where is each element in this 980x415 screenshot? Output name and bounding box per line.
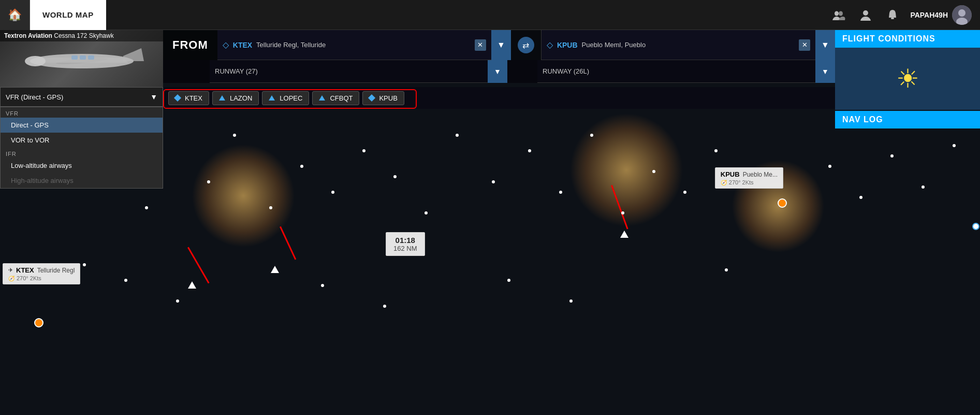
waypoint-lazon-label: LAZON	[230, 94, 252, 102]
notification-icon-button[interactable]	[883, 6, 902, 24]
map-dot	[176, 299, 179, 303]
from-runway-select[interactable]: RUNWAY (27)	[210, 60, 488, 83]
header: 🏠 WORLD MAP PAPAH49H	[0, 0, 980, 30]
waypoint-kpub[interactable]: KPUB	[362, 91, 404, 105]
from-airport-name: Telluride Regl, Telluride	[256, 41, 471, 49]
red-line-1	[187, 247, 210, 284]
to-runway-text: RUNWAY (26L)	[543, 67, 810, 75]
to-clear-button[interactable]: ✕	[799, 39, 810, 51]
flight-conditions-body: ☀	[835, 48, 980, 110]
svg-rect-41	[88, 55, 94, 60]
map-dot	[300, 165, 303, 168]
group-icon-button[interactable]	[829, 6, 848, 24]
kpub-diamond-icon	[368, 94, 375, 102]
vfr-option-vor-to-vor[interactable]: VOR to VOR	[1, 133, 163, 148]
map-dot	[859, 196, 862, 199]
waypoint-cfbqt[interactable]: CFBQT	[312, 91, 359, 105]
from-label: FROM	[163, 30, 217, 60]
swap-button[interactable]: ⇄	[518, 37, 534, 53]
red-line-2	[280, 226, 296, 260]
waypoint-lopec[interactable]: LOPEC	[262, 91, 309, 105]
home-button[interactable]: 🏠	[0, 0, 30, 30]
runway-swap-space	[507, 60, 537, 83]
plane-title: Textron Aviation Cessna 172 Skyhawk	[0, 30, 163, 41]
flight-conditions-panel: FLigHT CONDITIONS ☀ NAV LOG	[835, 30, 980, 128]
from-dropdown-button[interactable]: ▼	[491, 30, 511, 60]
to-airport-code: KPUB	[557, 41, 578, 49]
kpub-tooltip-name: Pueblo Me...	[743, 171, 778, 178]
nav-log-header[interactable]: NAV LOG	[835, 111, 980, 128]
svg-point-5	[958, 9, 966, 17]
from-input-area[interactable]: ◇ KTEX Telluride Regl, Telluride ✕	[217, 30, 491, 60]
vfr-arrow-icon: ▼	[150, 93, 157, 101]
cfbqt-marker	[620, 231, 628, 238]
to-airport-icon: ◇	[547, 40, 553, 50]
from-runway-dropdown[interactable]: ▼	[488, 60, 507, 83]
kpub-tooltip: KPUB Pueblo Me... 🧭 270° 2Kts	[715, 167, 783, 189]
map-dot	[528, 149, 531, 152]
waypoint-lazon[interactable]: LAZON	[212, 91, 259, 105]
ktex-tooltip-wind: 270° 2Kts	[17, 275, 41, 281]
map-dot	[456, 134, 459, 137]
flight-time: 01:18	[393, 236, 417, 245]
waypoint-ktex-label: KTEX	[185, 94, 202, 102]
svg-rect-39	[71, 55, 78, 60]
from-airport-code: KTEX	[233, 41, 252, 49]
map-dot	[124, 279, 127, 282]
to-dropdown-button[interactable]: ▼	[815, 30, 835, 60]
plane-card: Textron Aviation Cessna 172 Skyhawk	[0, 30, 163, 87]
vfr-option-low-altitude[interactable]: Low-altitude airways	[1, 158, 163, 173]
vfr-option-direct-gps[interactable]: Direct - GPS	[1, 118, 163, 133]
map-dot	[507, 279, 510, 282]
map-dot	[953, 144, 956, 147]
airport-glow-left	[192, 144, 295, 248]
vfr-dropdown-menu: VFR Direct - GPS VOR to VOR IFR Low-alti…	[0, 107, 163, 189]
ktex-tooltip-name: Telluride Regl	[37, 267, 75, 274]
ifr-section-header: IFR	[1, 148, 163, 158]
svg-point-38	[25, 56, 46, 66]
map-dot	[492, 180, 495, 183]
map-dot	[321, 284, 324, 287]
map-dot	[590, 134, 593, 137]
kpub-marker	[778, 198, 787, 208]
lopec-marker	[271, 266, 279, 273]
waypoint-lopec-label: LOPEC	[280, 94, 302, 102]
to-runway-dropdown[interactable]: ▼	[815, 60, 835, 83]
vfr-dropdown-container: VFR (Direct - GPS) ▼ VFR Direct - GPS VO…	[0, 87, 163, 107]
map-dot	[569, 299, 573, 303]
map-dot	[425, 211, 428, 214]
map-dot	[890, 154, 894, 158]
far-right-marker	[972, 223, 979, 230]
svg-point-0	[835, 11, 839, 16]
svg-point-2	[863, 10, 868, 16]
map-dot	[83, 263, 86, 266]
waypoint-ktex[interactable]: KTEX	[168, 91, 209, 105]
waypoint-cfbqt-label: CFBQT	[330, 94, 353, 102]
ktex-tooltip-code: KTEX	[16, 266, 34, 274]
to-input-area[interactable]: ◇ KPUB Pueblo Meml, Pueblo ✕	[541, 30, 815, 60]
map-dot	[922, 185, 925, 189]
map-dot	[233, 134, 236, 137]
flight-distance: 162 NM	[393, 245, 417, 252]
from-airport-icon: ◇	[223, 40, 229, 50]
vfr-select-bar[interactable]: VFR (Direct - GPS) ▼	[0, 87, 163, 107]
user-icon-button[interactable]	[856, 6, 875, 24]
map-dot	[383, 305, 386, 308]
map-dot	[393, 175, 397, 178]
svg-point-1	[839, 11, 843, 16]
to-runway-select[interactable]: RUNWAY (26L)	[537, 60, 815, 83]
from-clear-button[interactable]: ✕	[475, 39, 486, 51]
swap-container: ⇄	[511, 30, 541, 60]
ktex-tooltip: ✈ KTEX Telluride Regl 🧭 270° 2Kts	[3, 263, 80, 284]
map-dot	[714, 149, 718, 152]
avatar	[952, 5, 972, 25]
cfbqt-triangle-icon	[319, 95, 325, 101]
vfr-option-high-altitude[interactable]: High-altitude airways	[1, 173, 163, 188]
user-info[interactable]: PAPAH49H	[910, 5, 972, 25]
map-dot	[559, 191, 562, 194]
map-dot	[828, 165, 831, 168]
map-dot	[621, 211, 624, 214]
lazon-marker	[188, 281, 196, 289]
world-map-label: WORLD MAP	[30, 0, 106, 30]
red-line-3	[611, 185, 628, 230]
